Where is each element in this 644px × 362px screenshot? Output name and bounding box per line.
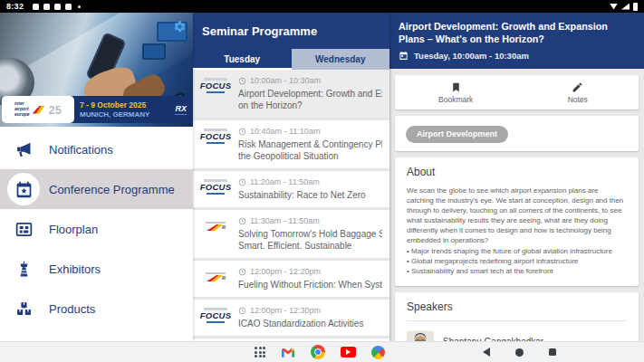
sidebar-item-label: Products bbox=[49, 302, 95, 316]
pencil-icon bbox=[572, 81, 583, 93]
session-title: Fueling Without Friction: When Systems T… bbox=[238, 279, 382, 291]
panel-title: Seminar Programme bbox=[193, 13, 389, 49]
gmail-icon[interactable] bbox=[281, 347, 295, 357]
tab-tuesday[interactable]: Tuesday bbox=[193, 49, 292, 70]
session-item[interactable]: FOCUS 12:00pm - 12:30pm ICAO Standardiza… bbox=[193, 300, 389, 336]
banner-strip: inter airport europe 25 7 - 9 October 20… bbox=[2, 96, 193, 123]
focus-logo: FOCUS bbox=[200, 179, 231, 195]
notification-icon bbox=[33, 4, 39, 10]
sidebar-item-exhibitors[interactable]: Exhibitors bbox=[0, 249, 193, 289]
notification-overflow-dot bbox=[78, 5, 81, 8]
about-bullet: Major trends shaping the future of globa… bbox=[407, 246, 627, 256]
sidebar-item-floorplan[interactable]: Floorplan bbox=[0, 209, 193, 249]
chrome-icon[interactable] bbox=[311, 345, 325, 359]
session-title: Airport Development: Growth and Expansio… bbox=[238, 88, 382, 111]
android-nav-buttons bbox=[483, 342, 556, 362]
about-bullet: Sustainability and smart tech at the for… bbox=[407, 266, 627, 276]
session-item[interactable]: 11:30am - 11:50am Solving Tomorrow's Hol… bbox=[193, 210, 389, 258]
session-item[interactable]: FOCUS 10:40am - 11:10am Risk Management … bbox=[193, 120, 389, 168]
about-bullets: Major trends shaping the future of globa… bbox=[407, 246, 627, 276]
notification-icons bbox=[33, 4, 81, 10]
android-taskbar bbox=[0, 341, 644, 362]
detail-title: Airport Development: Growth and Expansio… bbox=[399, 20, 635, 45]
detail-header: Airport Development: Growth and Expansio… bbox=[389, 13, 644, 69]
sidebar-menu: Notifications Conference Programme bbox=[0, 127, 193, 341]
boxes-icon bbox=[7, 292, 40, 325]
event-dates: 7 - 9 October 2025 bbox=[80, 100, 149, 110]
battery-icon bbox=[633, 3, 638, 11]
about-heading: About bbox=[407, 166, 627, 178]
sidebar-item-notifications[interactable]: Notifications bbox=[0, 129, 193, 169]
clock-icon bbox=[238, 178, 246, 186]
control-tower-icon bbox=[7, 252, 40, 285]
notification-icon bbox=[54, 4, 61, 10]
event-location: MUNICH, GERMANY bbox=[80, 110, 149, 119]
clock-icon bbox=[238, 128, 246, 136]
sidebar-item-label: Notifications bbox=[49, 143, 113, 157]
recents-button[interactable] bbox=[549, 348, 556, 356]
bookmark-button[interactable]: Bookmark bbox=[395, 81, 517, 104]
session-item[interactable]: FOCUS 10:00am - 10:30am Airport Developm… bbox=[193, 70, 389, 118]
app-screen: 8:32 bbox=[0, 0, 644, 362]
focus-logo: FOCUS bbox=[200, 129, 231, 144]
wifi-icon bbox=[610, 4, 618, 10]
sidebar: inter airport europe 25 7 - 9 October 20… bbox=[0, 13, 193, 341]
rx-logo: RX bbox=[175, 104, 187, 115]
sidebar-item-label: Conference Programme bbox=[49, 183, 175, 196]
taskbar-apps bbox=[255, 342, 385, 362]
focus-logo: FOCUS bbox=[200, 78, 231, 93]
focus-logo: FOCUS bbox=[200, 308, 231, 323]
session-detail-panel: Airport Development: Growth and Expansio… bbox=[389, 13, 644, 341]
clock-icon bbox=[238, 77, 246, 85]
inter-airport-europe-logo: inter airport europe 25 bbox=[2, 96, 74, 123]
logo-arrows-icon bbox=[33, 106, 46, 114]
session-time: 11:20am - 11:50am bbox=[238, 176, 382, 187]
google-photos-icon[interactable] bbox=[369, 342, 388, 361]
about-card: About We scan the globe to see which air… bbox=[395, 157, 639, 286]
home-button[interactable] bbox=[515, 348, 524, 357]
clock-icon bbox=[238, 307, 246, 315]
sidebar-item-label: Floorplan bbox=[49, 223, 98, 236]
tags-card: Airport Development bbox=[395, 116, 639, 151]
session-title: ICAO Standardization Activities bbox=[238, 318, 382, 329]
inter-airport-logo bbox=[200, 269, 231, 281]
calendar-icon bbox=[7, 173, 40, 205]
actions-card: Bookmark Notes bbox=[395, 75, 639, 110]
session-item[interactable]: FOCUS 11:20am - 11:50am Sustainability: … bbox=[193, 171, 389, 207]
tab-wednesday[interactable]: Wednesday bbox=[292, 49, 390, 70]
session-time: 10:40am - 11:10am bbox=[238, 126, 382, 137]
sidebar-item-label: Exhibitors bbox=[49, 262, 101, 276]
session-item[interactable]: 12:00pm - 12:20pm Fueling Without Fricti… bbox=[193, 261, 389, 297]
status-bar: 8:32 bbox=[0, 0, 644, 13]
divider bbox=[407, 320, 627, 321]
session-title: Sustainability: Race to Net Zero bbox=[238, 189, 382, 201]
banner-photo: inter airport europe 25 7 - 9 October 20… bbox=[0, 13, 193, 127]
seminar-panel: Seminar Programme Tuesday Wednesday FOCU… bbox=[193, 13, 389, 341]
session-title: Solving Tomorrow's Hold Baggage Screenin… bbox=[238, 228, 382, 252]
back-button[interactable] bbox=[483, 348, 490, 357]
signal-icon bbox=[621, 4, 630, 10]
floorplan-icon bbox=[7, 213, 40, 245]
notification-icon bbox=[43, 4, 50, 10]
clock-icon bbox=[238, 217, 246, 225]
settings-gear-icon[interactable] bbox=[173, 20, 187, 33]
youtube-icon[interactable] bbox=[341, 347, 356, 357]
sidebar-item-conference-programme[interactable]: Conference Programme bbox=[0, 169, 193, 209]
anniversary-badge: 25 bbox=[49, 104, 62, 116]
megaphone-icon bbox=[7, 133, 40, 166]
sidebar-item-products[interactable]: Products bbox=[0, 289, 193, 329]
session-list: FOCUS 10:00am - 10:30am Airport Developm… bbox=[193, 70, 389, 341]
banner-info-bar: 7 - 9 October 2025 MUNICH, GERMANY RX bbox=[70, 96, 193, 123]
banner-decor bbox=[142, 43, 166, 60]
session-time: 12:00pm - 12:20pm bbox=[238, 266, 382, 277]
speakers-heading: Speakers bbox=[407, 300, 627, 313]
notes-button[interactable]: Notes bbox=[517, 81, 639, 104]
notification-icon bbox=[65, 4, 72, 10]
about-text: We scan the globe to see which airport e… bbox=[407, 186, 627, 245]
app-drawer-icon[interactable] bbox=[255, 347, 265, 357]
session-title: Risk Management & Contingency Planning: … bbox=[238, 138, 382, 162]
session-time: 12:00pm - 12:30pm bbox=[238, 305, 382, 316]
session-time: 11:30am - 11:50am bbox=[238, 215, 382, 226]
status-time: 8:32 bbox=[6, 2, 24, 11]
topic-tag: Airport Development bbox=[406, 126, 508, 143]
